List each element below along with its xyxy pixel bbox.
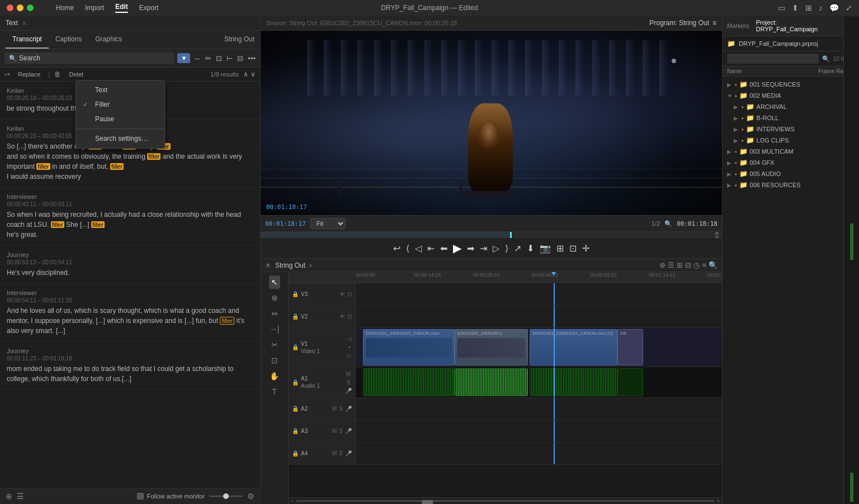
lock-icon[interactable]: 🔒	[292, 379, 299, 386]
zoom-track[interactable]	[296, 500, 714, 502]
play-button[interactable]: ▶	[453, 241, 461, 255]
mute-icon[interactable]: M	[332, 450, 337, 457]
trim-next-button[interactable]: ⟩	[505, 243, 508, 254]
caption-icon[interactable]: ⊟	[237, 54, 243, 63]
program-scrubber[interactable]	[261, 231, 722, 238]
nav-home[interactable]: Home	[56, 4, 74, 12]
trim-prev-button[interactable]: ⟨	[406, 243, 409, 254]
mute-icon[interactable]: M	[332, 406, 337, 412]
project-search-input[interactable]	[727, 54, 819, 64]
solo-icon[interactable]: S	[339, 428, 343, 434]
lock-icon[interactable]: 🔒	[292, 406, 299, 412]
timeline-tool-5[interactable]: ◷	[693, 261, 700, 269]
share-icon[interactable]: ⬆	[792, 3, 799, 12]
nav-import[interactable]: Import	[85, 4, 104, 12]
add-icon[interactable]: ⊕	[6, 492, 12, 501]
minimize-button[interactable]	[17, 4, 23, 11]
camera-button[interactable]: 📷	[540, 243, 551, 254]
add-marker-button[interactable]: ✛	[582, 243, 589, 254]
slip-tool[interactable]: ⊡	[269, 354, 280, 367]
fit-selector[interactable]: Fit 25% 50% 100%	[310, 218, 346, 229]
markers-tab[interactable]: Markers	[727, 22, 749, 29]
track-solo-icon[interactable]: ⊡	[347, 313, 352, 320]
replace-button[interactable]: Replace	[15, 70, 44, 79]
loop-button[interactable]: ↩	[393, 243, 400, 254]
mic-icon[interactable]: 🎤	[345, 406, 352, 412]
trim-tool[interactable]: ⇔	[269, 307, 280, 320]
nav-edit[interactable]: Edit	[115, 3, 128, 13]
trash-icon[interactable]: 🗑	[54, 70, 61, 78]
mic-icon[interactable]: 🎤	[345, 428, 352, 434]
timeline-menu-icon[interactable]: ≡	[309, 262, 312, 269]
program-menu-icon[interactable]: ≡	[712, 19, 716, 27]
prev-result-button[interactable]: ∧	[243, 70, 248, 78]
mute-icon[interactable]: M	[332, 428, 337, 434]
audio-clip-4[interactable]	[617, 368, 643, 396]
file-item-logclips[interactable]: ▶ ▪ 📁 LOG CLIPS	[723, 135, 859, 146]
tab-captions[interactable]: Captions	[49, 31, 88, 49]
mic-icon[interactable]: 🎤	[345, 450, 352, 457]
file-item-audio[interactable]: ▶ ▪ 📁 005 AUDIO	[723, 168, 859, 179]
search-icon-project[interactable]: 🔍	[822, 55, 830, 63]
timeline-tool-2[interactable]: ☰	[668, 261, 674, 269]
go-to-out-button[interactable]: ⇥	[480, 243, 487, 254]
match-case-icon[interactable]: ↔	[193, 54, 201, 63]
go-to-in-button[interactable]: ⇤	[427, 243, 435, 254]
more-icon[interactable]: •••	[248, 54, 256, 63]
clip-e001c002[interactable]: E001C002_230815CU	[455, 329, 528, 365]
zoom-in-icon[interactable]: +	[716, 498, 720, 504]
file-item-gfx[interactable]: ▶ ▪ 📁 004 GFX	[723, 157, 859, 168]
next-result-button[interactable]: ∨	[251, 70, 256, 78]
solo-icon[interactable]: S	[339, 450, 343, 457]
lock-icon[interactable]: 🔒	[292, 428, 299, 434]
audio-clip-1[interactable]	[363, 368, 455, 396]
search-input[interactable]	[19, 54, 169, 62]
tab-transcript[interactable]: Transcript	[6, 31, 49, 49]
track-visible-icon[interactable]: 👁	[339, 291, 345, 297]
razor-tool[interactable]: ✂	[269, 338, 280, 351]
align-icon[interactable]: ⊡	[216, 54, 222, 63]
lock-icon[interactable]: 🔒	[292, 450, 299, 457]
timeline-tool-6[interactable]: ≡	[702, 261, 706, 269]
zoom-out-icon[interactable]: −	[291, 498, 294, 504]
file-item-multicam[interactable]: ▶ ▪ 📁 003 MULTICAM	[723, 146, 859, 157]
solo-icon[interactable]: S	[339, 406, 343, 412]
timeline-tool-3[interactable]: ⊞	[677, 261, 683, 269]
next-clip-icon[interactable]: ▷	[347, 353, 352, 359]
file-item-interviews[interactable]: ▶ ▪ 📁 INTERVIEWS	[723, 123, 859, 135]
ripple-tool[interactable]: →|	[267, 322, 282, 336]
track-solo-icon[interactable]: ⊡	[347, 291, 352, 297]
audio-clip-3[interactable]	[530, 368, 617, 396]
dropdown-settings[interactable]: Search settings…	[76, 131, 164, 146]
dropdown-text[interactable]: Text	[76, 83, 164, 97]
split-icon[interactable]: ⊢	[226, 54, 233, 63]
dropdown-filler[interactable]: ✓ Filler	[76, 97, 164, 112]
maximize-button[interactable]	[27, 4, 34, 11]
speech-icon[interactable]: 💬	[829, 3, 839, 12]
mic-icon[interactable]: 🎤	[345, 388, 352, 394]
clip-d002c001-v2[interactable]: D002C001_230816SG_CANON.mov [V]	[530, 329, 617, 365]
lock-icon[interactable]: 🔒	[292, 344, 299, 350]
search-input-wrap[interactable]: 🔍	[4, 53, 174, 64]
project-tab[interactable]: Project: DRYP_Fall_Campaign	[756, 19, 839, 32]
selection-tool[interactable]: ↖	[269, 275, 280, 289]
bell-icon[interactable]: ♪	[819, 3, 823, 12]
file-item-sequences[interactable]: ▶ ▪ 📁 001 SEQUENCES	[723, 79, 859, 90]
filter-button[interactable]: ▼	[177, 53, 190, 63]
audio-clip-2[interactable]	[455, 368, 528, 396]
next-frame-button[interactable]: ➡	[467, 243, 474, 254]
multi-camera-button[interactable]: ⊞	[556, 243, 564, 254]
insert-point-icon[interactable]: •	[348, 344, 351, 350]
timeline-tool-1[interactable]: ⊕	[659, 261, 666, 269]
follow-checkbox[interactable]	[137, 493, 144, 500]
text-tool[interactable]: T	[270, 385, 279, 398]
step-back-button[interactable]: ◁	[415, 243, 422, 254]
mute-icon[interactable]: M	[346, 371, 351, 377]
lock-icon[interactable]: 🔒	[292, 291, 299, 297]
dropdown-pause[interactable]: Pause	[76, 112, 164, 126]
tab-graphics[interactable]: Graphics	[88, 31, 129, 49]
prev-clip-icon[interactable]: ◁	[347, 336, 352, 342]
zoom-icon[interactable]: 🔍	[664, 220, 672, 227]
close-timeline-icon[interactable]: ✕	[265, 261, 271, 269]
edit-icon[interactable]: ✏	[205, 54, 211, 63]
